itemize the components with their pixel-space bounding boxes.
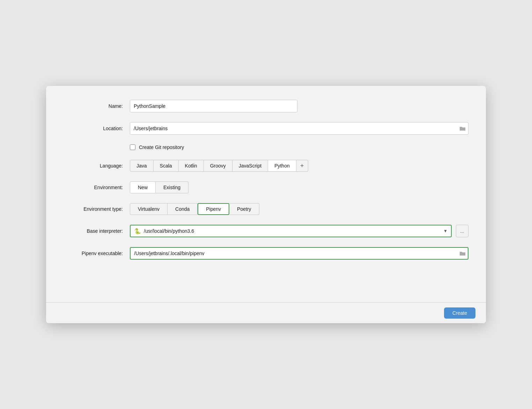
location-label: Location: <box>64 126 130 131</box>
pipenv-executable-label: Pipenv executable: <box>64 251 130 256</box>
language-javascript-button[interactable]: JavaScript <box>232 160 268 172</box>
git-checkbox-row: Create Git repository <box>64 144 468 150</box>
environment-toggle-group: New Existing <box>130 181 189 193</box>
base-interpreter-dropdown[interactable]: 🐍 /usr/local/bin/python3.6 ▼ <box>130 225 452 237</box>
base-interpreter-controls: 🐍 /usr/local/bin/python3.6 ▼ ... <box>130 225 468 237</box>
location-browse-button[interactable] <box>459 126 466 131</box>
env-type-conda-button[interactable]: Conda <box>168 203 198 215</box>
language-groovy-button[interactable]: Groovy <box>204 160 232 172</box>
git-checkbox[interactable] <box>130 144 135 150</box>
environment-existing-button[interactable]: Existing <box>156 181 189 193</box>
new-project-dialog: Name: Location: Create Git repository La… <box>46 86 486 323</box>
env-type-button-group: Virtualenv Conda Pipenv Poetry <box>130 203 259 215</box>
folder-icon <box>459 126 466 131</box>
name-label: Name: <box>64 103 130 109</box>
location-input[interactable] <box>130 122 468 135</box>
language-java-button[interactable]: Java <box>130 160 154 172</box>
env-type-pipenv-button[interactable]: Pipenv <box>198 203 229 215</box>
language-button-group: Java Scala Kotlin Groovy JavaScript Pyth… <box>130 160 308 172</box>
environment-new-button[interactable]: New <box>130 181 156 193</box>
location-input-wrap <box>130 122 468 135</box>
env-type-poetry-button[interactable]: Poetry <box>229 203 259 215</box>
base-interpreter-label: Base interpreter: <box>64 228 130 234</box>
environment-label: Environment: <box>64 185 130 190</box>
language-python-button[interactable]: Python <box>268 160 296 172</box>
language-scala-button[interactable]: Scala <box>154 160 179 172</box>
dialog-footer: Create <box>46 302 486 323</box>
env-type-row: Environment type: Virtualenv Conda Pipen… <box>64 203 468 215</box>
env-type-label: Environment type: <box>64 206 130 212</box>
ellipsis-label: ... <box>460 229 464 234</box>
name-input[interactable] <box>130 100 297 112</box>
env-type-virtualenv-button[interactable]: Virtualenv <box>130 203 168 215</box>
pipenv-browse-button[interactable] <box>459 251 466 256</box>
interpreter-browse-button[interactable]: ... <box>456 225 468 237</box>
python-icon: 🐍 <box>134 228 141 235</box>
pipenv-folder-icon <box>459 251 466 256</box>
language-row: Language: Java Scala Kotlin Groovy JavaS… <box>64 160 468 172</box>
interpreter-select-inner: 🐍 /usr/local/bin/python3.6 <box>134 228 448 235</box>
base-interpreter-row: Base interpreter: 🐍 /usr/local/bin/pytho… <box>64 225 468 237</box>
location-row: Location: <box>64 122 468 135</box>
name-row: Name: <box>64 100 468 112</box>
dropdown-arrow-icon: ▼ <box>443 229 448 233</box>
language-label: Language: <box>64 163 130 169</box>
interpreter-path: /usr/local/bin/python3.6 <box>144 228 194 234</box>
add-language-button[interactable]: + <box>296 160 308 172</box>
environment-row: Environment: New Existing <box>64 181 468 193</box>
pipenv-executable-row: Pipenv executable: <box>64 247 468 260</box>
pipenv-input-wrap <box>130 247 468 260</box>
language-kotlin-button[interactable]: Kotlin <box>179 160 204 172</box>
git-checkbox-label[interactable]: Create Git repository <box>139 144 184 150</box>
create-button[interactable]: Create <box>444 307 475 319</box>
pipenv-executable-input[interactable] <box>130 247 468 260</box>
